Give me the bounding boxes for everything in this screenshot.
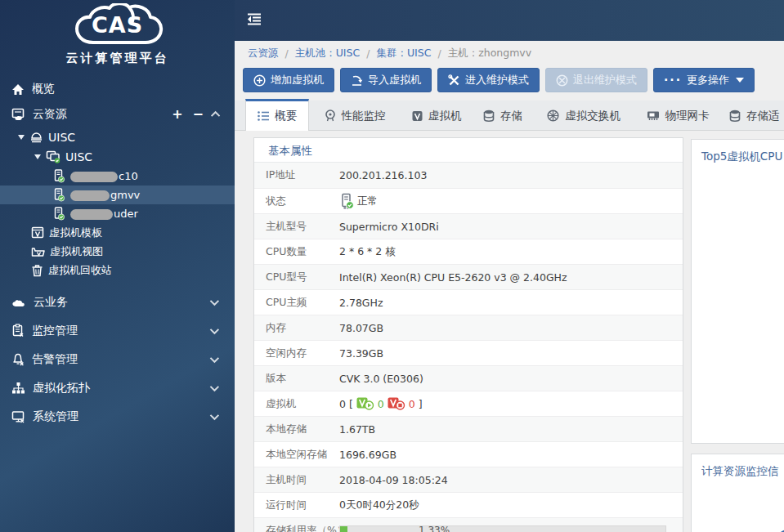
breadcrumb: 云资源 / 主机池：UISC / 集群：UISC / 主机：zhongmvv: [235, 41, 784, 65]
tab-performance[interactable]: 性能监控: [309, 101, 401, 131]
property-row-storage-utilization: 存储利用率（%） 1.33%: [254, 517, 683, 532]
tab-label: 性能监控: [342, 109, 386, 123]
home-icon: [11, 83, 25, 96]
cas-cloud-logo: CAS: [60, 3, 175, 52]
redacted-text: [70, 190, 110, 201]
compute-resource-monitor-panel: 计算资源监控信: [691, 454, 784, 532]
exit-maintenance-button[interactable]: 退出维护模式: [545, 68, 647, 92]
import-vm-button[interactable]: 导入虚拟机: [340, 68, 432, 92]
breadcrumb-separator: /: [437, 47, 441, 60]
basic-properties-panel: 基本属性 IP地址 200.201.216.103 状态: [253, 137, 683, 532]
cluster-icon: [46, 150, 60, 163]
action-toolbar: 增加虚拟机 导入虚拟机 进入维护模式 退出维护模式: [243, 68, 755, 92]
server-status-icon: [339, 193, 354, 210]
enter-maintenance-button[interactable]: 进入维护模式: [437, 68, 540, 92]
tree-node-host-pool[interactable]: UISC: [0, 127, 235, 147]
tab-storage-adapters[interactable]: 存储适: [721, 101, 784, 131]
chevron-up-icon[interactable]: [211, 111, 220, 120]
vm-stopped-count: 0: [409, 398, 415, 410]
sidebar-item-vm-recycle-bin[interactable]: 虚拟机回收站: [0, 261, 235, 279]
import-arrow-icon: [351, 74, 363, 87]
button-label: 进入维护模式: [465, 73, 529, 87]
sidebar-item-overview[interactable]: 概览: [0, 77, 235, 101]
button-label: 退出维护模式: [573, 73, 637, 87]
chevron-down-icon: [210, 296, 219, 305]
tree-node-label: UISC: [48, 131, 75, 144]
tree-node-cluster[interactable]: UISC: [0, 147, 235, 167]
breadcrumb-host-pool[interactable]: 主机池：UISC: [295, 47, 361, 60]
tab-label: 概要: [275, 109, 297, 123]
vm-view-icon: [31, 246, 45, 257]
app-logo: CAS 云计算管理平台: [0, 0, 235, 70]
server-icon: [52, 188, 65, 202]
panel-title: 计算资源监控信: [692, 454, 784, 479]
sidebar-item-label: 监控管理: [32, 324, 78, 338]
tree-collapse-all-button[interactable]: −: [193, 108, 204, 121]
recycle-bin-icon: [31, 264, 43, 277]
sidebar-item-system-management[interactable]: 系统管理: [0, 402, 235, 431]
nic-card-icon: [647, 110, 660, 121]
sidebar-item-label: 虚拟机回收站: [48, 263, 112, 278]
cloud-resource-icon: [11, 108, 25, 121]
tree-node-host[interactable]: c10: [0, 167, 235, 186]
sidebar-item-label: 云资源: [33, 107, 67, 122]
vm-total-count: 0: [339, 398, 346, 410]
sidebar-item-label: 虚拟机模板: [49, 226, 102, 240]
tree-expand-all-button[interactable]: +: [172, 108, 182, 121]
sidebar-item-vm-templates[interactable]: 虚拟机模板: [0, 223, 235, 242]
storage-cylinder-icon: [729, 110, 741, 122]
property-row-memory: 内存 78.07GB: [254, 315, 683, 340]
tab-storage[interactable]: 存储: [473, 101, 533, 131]
logo-text: CAS: [92, 12, 143, 38]
sidebar-item-vm-view[interactable]: 虚拟机视图: [0, 242, 235, 261]
add-vm-button[interactable]: 增加虚拟机: [243, 68, 334, 92]
sidebar-item-virtualization-topology[interactable]: 虚拟化拓扑: [0, 373, 235, 402]
tab-label: 虚拟交换机: [565, 109, 620, 123]
ban-circle-icon: [556, 74, 568, 87]
tab-virtual-machines[interactable]: 虚拟机: [401, 101, 473, 131]
vm-stopped-icon: [388, 397, 405, 410]
host-pool-icon: [29, 132, 43, 144]
property-row-cpu-model: CPU型号 Intel(R) Xeon(R) CPU E5-2620 v3 @ …: [254, 264, 683, 289]
chevron-down-icon: [210, 324, 219, 333]
sidebar-item-label: 告警管理: [32, 352, 78, 367]
button-label: 更多操作: [687, 73, 729, 87]
topology-icon: [11, 382, 25, 395]
vm-running-count: 0: [378, 398, 384, 410]
cas-app: CAS 云计算管理平台 概览 云资源 + −: [0, 0, 784, 532]
more-actions-button[interactable]: ··· 更多操作: [653, 68, 755, 92]
property-row-local-storage: 本地存储 1.67TB: [254, 416, 683, 441]
property-row-vms: 虚拟机 0 [ 0: [254, 391, 683, 416]
breadcrumb-cluster[interactable]: 集群：UISC: [376, 47, 431, 60]
expander-triangle-icon[interactable]: [18, 135, 25, 140]
tab-label: 虚拟机: [428, 109, 462, 123]
cloud-service-icon: [11, 297, 26, 307]
redacted-text: [70, 209, 113, 220]
property-row-local-free-storage: 本地空闲存储 1696.69GB: [254, 441, 683, 467]
property-row-free-memory: 空闲内存 73.39GB: [254, 340, 683, 365]
tabs: 概要 性能监控 虚拟机 存储: [245, 99, 784, 131]
resource-tree: UISC UISC c: [0, 127, 235, 279]
vswitch-wheel-icon: [547, 110, 559, 122]
sidebar-item-alarm-management[interactable]: 告警管理: [0, 345, 235, 373]
tree-node-host[interactable]: uder: [0, 204, 235, 223]
sidebar-item-monitor-management[interactable]: 监控管理: [0, 316, 235, 345]
expander-triangle-icon[interactable]: [34, 154, 41, 159]
sidebar-collapse-icon[interactable]: [246, 13, 262, 29]
tab-physical-nics[interactable]: 物理网卡: [634, 101, 721, 131]
sidebar-item-cloud-services[interactable]: 云业务: [0, 288, 235, 316]
sidebar-item-label: 系统管理: [33, 409, 78, 424]
sidebar: CAS 云计算管理平台 概览 云资源 + −: [0, 0, 235, 532]
tree-node-label: uder: [114, 208, 138, 220]
tree-node-label: c10: [119, 170, 138, 182]
chevron-down-icon: [210, 410, 219, 419]
sidebar-item-label: 云业务: [34, 295, 68, 310]
alarm-bell-icon: [11, 352, 25, 366]
tab-virtual-switches[interactable]: 虚拟交换机: [533, 101, 634, 131]
panel-title: 基本属性: [254, 138, 683, 163]
tab-summary[interactable]: 概要: [245, 99, 309, 131]
sidebar-item-cloud-resources[interactable]: 云资源 + −: [0, 101, 235, 127]
tree-node-host-selected[interactable]: gmvv: [0, 186, 235, 204]
monitor-mgmt-icon: [11, 324, 25, 338]
breadcrumb-cloud-resources[interactable]: 云资源: [248, 47, 279, 60]
